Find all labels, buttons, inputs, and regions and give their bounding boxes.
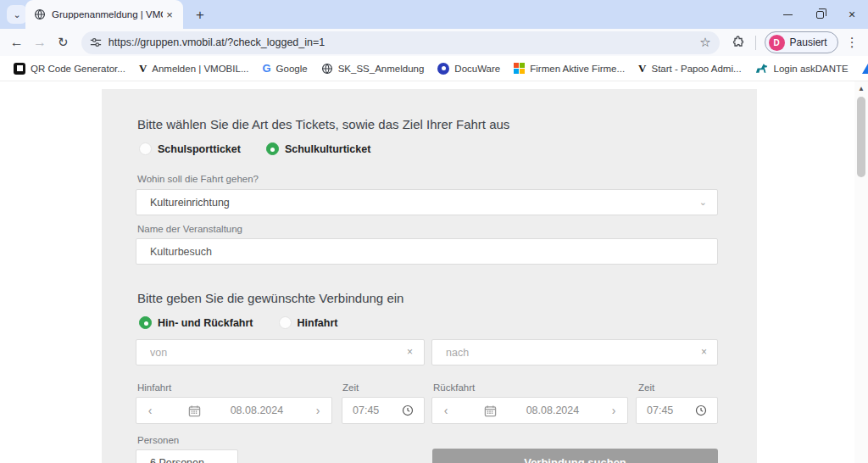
window-controls: ×: [771, 0, 868, 29]
clock-icon: [695, 404, 707, 416]
calendar-icon: [188, 404, 201, 417]
connection-section-heading: Bitte geben Sie die gewünschte Verbindun…: [137, 291, 403, 305]
chevron-down-icon: ⌄: [13, 9, 20, 20]
back-button[interactable]: ←: [5, 31, 28, 54]
date-next-icon[interactable]: ›: [609, 404, 619, 417]
bookmark-google[interactable]: G Google: [255, 59, 314, 77]
tab-search-button[interactable]: ⌄: [7, 5, 27, 24]
destination-select[interactable]: Kultureinrichtung ⌄: [136, 189, 718, 215]
persons-label: Personen: [137, 435, 179, 445]
scroll-up-icon[interactable]: ▲: [854, 85, 868, 92]
tab-title: Gruppenanmeldung | VMOBIL: [52, 9, 163, 20]
destination-label: Wohin soll die Fahrt gehen?: [137, 174, 259, 184]
close-button[interactable]: ×: [836, 0, 868, 29]
return-time-picker[interactable]: 07:45: [636, 397, 718, 424]
google-icon: G: [262, 62, 270, 75]
return-time-value[interactable]: 07:45: [647, 404, 673, 416]
browser-menu-icon[interactable]: ⋮: [842, 35, 863, 50]
avatar: D: [769, 35, 785, 51]
triangle-logo-icon: [862, 64, 868, 74]
outbound-date-label: Hinfahrt: [137, 382, 171, 393]
return-date-label: Rückfahrt: [433, 382, 475, 393]
browser-toolbar: ← → ↻ https://gruppen.vmobil.at/?check_l…: [0, 29, 868, 56]
scrollbar[interactable]: ▲: [854, 81, 868, 463]
profile-button[interactable]: D Pausiert: [765, 31, 838, 53]
persons-select[interactable]: 6 Personen ⌄: [136, 449, 238, 463]
dog-icon: [755, 63, 769, 74]
toolbar-divider: [755, 36, 756, 50]
radio-schulsportticket[interactable]: Schulsportticket: [139, 142, 241, 155]
extensions-icon[interactable]: [732, 36, 745, 49]
outbound-time-value[interactable]: 07:45: [353, 404, 379, 416]
return-date-picker[interactable]: ‹ 08.08.2024 ›: [431, 397, 628, 424]
profile-label: Pausiert: [790, 36, 827, 48]
bookmark-startseite[interactable]: Startseite: [855, 61, 868, 76]
date-prev-icon[interactable]: ‹: [145, 404, 155, 417]
minimize-button[interactable]: [771, 0, 804, 29]
url-text[interactable]: https://gruppen.vmobil.at/?check_logged_…: [108, 36, 699, 48]
radio-unchecked-icon[interactable]: [279, 316, 292, 329]
microsoft-icon: [514, 63, 525, 74]
radio-hinfahrt[interactable]: Hinfahrt: [279, 316, 338, 329]
v-logo-icon: V: [638, 62, 646, 75]
bookmark-papoo[interactable]: V Start - Papoo Admi...: [632, 59, 748, 78]
tune-icon[interactable]: [90, 36, 102, 48]
bookmark-star-icon[interactable]: ☆: [699, 35, 710, 50]
ticket-section-heading: Bitte wählen Sie die Art des Tickets, so…: [137, 117, 509, 131]
bookmarks-bar: QR Code Generator... V Anmelden | VMOBIL…: [0, 56, 868, 81]
radio-hin-und-rueckfahrt[interactable]: Hin- und Rückfahrt: [139, 316, 253, 329]
tab-close-icon[interactable]: ×: [163, 8, 176, 21]
from-input[interactable]: [136, 339, 425, 365]
bookmark-askdante[interactable]: Login askDANTE: [748, 60, 855, 76]
forward-button[interactable]: →: [28, 31, 51, 54]
chevron-down-icon: ⌄: [699, 197, 707, 208]
new-tab-button[interactable]: +: [190, 5, 210, 25]
date-next-icon[interactable]: ›: [313, 404, 323, 417]
outbound-date-value[interactable]: 08.08.2024: [231, 404, 284, 416]
globe-icon: [34, 8, 46, 20]
search-connection-button[interactable]: Verbindung suchen: [432, 449, 718, 463]
radio-schulkulturticket[interactable]: Schulkulturticket: [266, 142, 370, 155]
radio-checked-icon[interactable]: [139, 316, 152, 329]
docuware-icon: [437, 63, 449, 75]
event-name-input[interactable]: [136, 238, 718, 265]
form-card: Bitte wählen Sie die Art des Tickets, so…: [102, 89, 757, 463]
page-content: Bitte wählen Sie die Art des Tickets, so…: [0, 81, 868, 463]
minimize-icon: [783, 14, 793, 15]
qr-code-icon: [14, 63, 25, 75]
globe-icon: [321, 63, 333, 75]
clear-from-icon[interactable]: ×: [407, 346, 413, 358]
address-bar[interactable]: https://gruppen.vmobil.at/?check_logged_…: [81, 31, 720, 54]
ticket-type-radio-group: Schulsportticket Schulkulturticket: [139, 142, 370, 155]
maximize-button[interactable]: [804, 0, 836, 29]
date-prev-icon[interactable]: ‹: [441, 404, 451, 417]
return-date-value[interactable]: 08.08.2024: [526, 404, 580, 416]
outbound-time-label: Zeit: [342, 382, 359, 393]
radio-unchecked-icon[interactable]: [139, 142, 152, 155]
calendar-icon: [484, 404, 497, 417]
bookmark-vmobil-anmelden[interactable]: V Anmelden | VMOBIL...: [132, 59, 256, 78]
browser-tab[interactable]: Gruppenanmeldung | VMOBIL ×: [25, 0, 183, 29]
bookmark-docuware[interactable]: DocuWare: [431, 60, 507, 77]
clock-icon: [402, 404, 414, 416]
to-input[interactable]: [431, 339, 718, 365]
restore-icon: [816, 11, 824, 19]
bookmark-qr-code[interactable]: QR Code Generator...: [7, 60, 132, 77]
trip-type-radio-group: Hin- und Rückfahrt Hinfahrt: [139, 316, 337, 329]
bookmark-sk-ss-anmeldung[interactable]: SK_SS_Anmeldung: [314, 60, 431, 77]
bookmark-firmen[interactable]: Firmen Aktive Firme...: [507, 60, 632, 76]
outbound-date-picker[interactable]: ‹ 08.08.2024 ›: [136, 397, 332, 424]
clear-to-icon[interactable]: ×: [701, 346, 707, 358]
tab-strip: ⌄ Gruppenanmeldung | VMOBIL × + ×: [0, 0, 868, 29]
return-time-label: Zeit: [638, 382, 654, 393]
event-name-label: Name der Veranstaltung: [137, 224, 242, 234]
scrollbar-thumb[interactable]: [857, 97, 865, 177]
outbound-time-picker[interactable]: 07:45: [342, 397, 425, 424]
chevron-down-icon: ⌄: [220, 457, 227, 463]
radio-checked-icon[interactable]: [266, 142, 279, 155]
reload-button[interactable]: ↻: [52, 31, 75, 54]
v-logo-icon: V: [139, 62, 147, 75]
